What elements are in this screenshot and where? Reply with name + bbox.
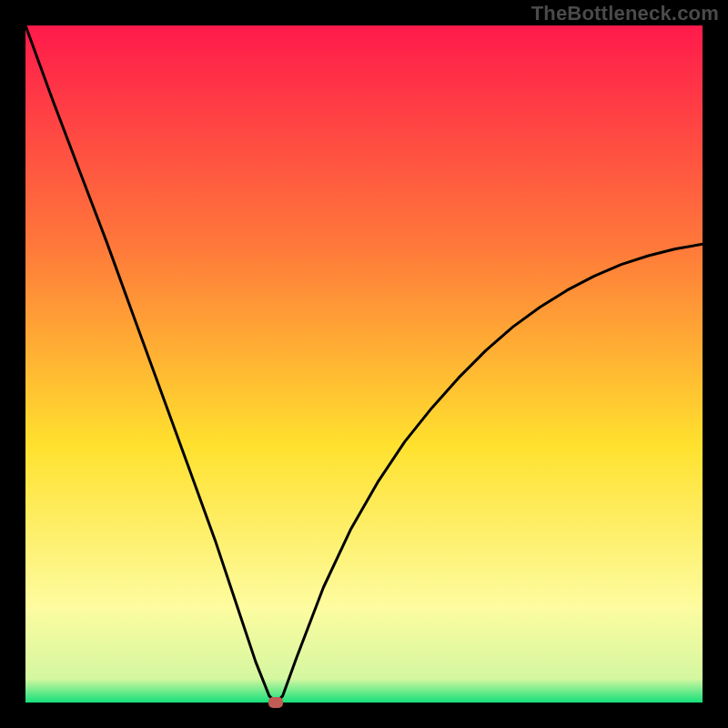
- bottleneck-curve: [0, 0, 728, 728]
- minimum-marker: [268, 697, 283, 708]
- watermark-text: TheBottleneck.com: [531, 2, 719, 25]
- chart-frame: TheBottleneck.com: [0, 0, 728, 728]
- curve-path: [25, 25, 703, 703]
